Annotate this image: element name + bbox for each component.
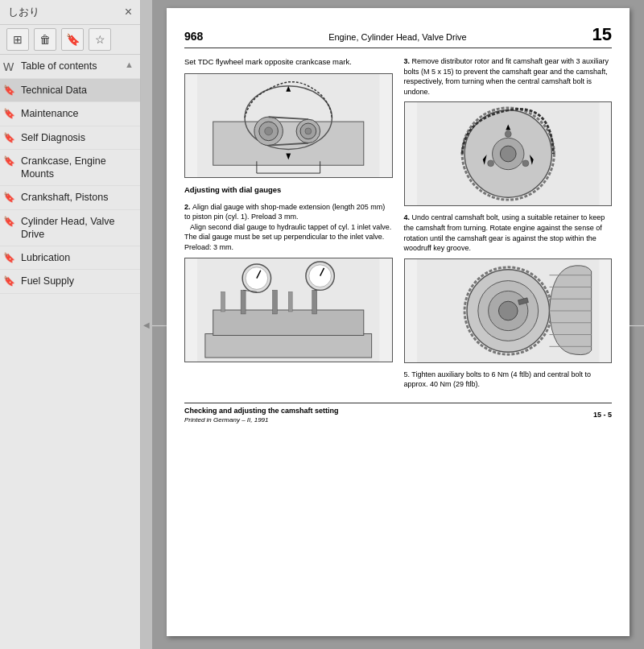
layout-icon[interactable]: ⊞: [6, 28, 29, 51]
bookmark-icon-crank: 🔖: [3, 155, 18, 167]
star-icon[interactable]: ☆: [89, 28, 111, 51]
sidebar-item-crankcase[interactable]: 🔖 Crankcase, Engine Mounts: [0, 150, 140, 187]
nav-label-lub: Lubrication: [21, 251, 70, 264]
sidebar-item-table-of-contents[interactable]: W Table of contents ▲: [0, 55, 140, 79]
page-prev-icon[interactable]: —: [152, 316, 167, 333]
chapter-title: Engine, Cylinder Head, Valve Drive: [328, 32, 467, 42]
step5-text: 5. Tighten auxiliary bolts to 6 Nm (4 ft…: [404, 370, 613, 390]
page-body: Set TDC flywheel mark opposite crankcase…: [184, 56, 612, 395]
step3-label: 3.: [404, 57, 412, 65]
svg-point-35: [505, 131, 511, 138]
footer-printed: Printed in Germany – II, 1991: [184, 416, 339, 424]
sidebar-item-crankshaft[interactable]: 🔖 Crankshaft, Pistons: [0, 186, 140, 209]
page-container: 968 Engine, Cylinder Head, Valve Drive 1…: [167, 8, 630, 636]
sidebar-header: しおり ×: [0, 0, 140, 25]
gauge-diagram: [184, 258, 393, 362]
bookmark-add-icon[interactable]: 🔖: [61, 28, 84, 51]
sidebar-item-self-diagnosis[interactable]: 🔖 Self Diagnosis: [0, 126, 140, 150]
delete-icon[interactable]: 🗑: [34, 28, 56, 51]
step2-label: 2.: [184, 203, 192, 211]
step3-text: 3. Remove distributor rotor and fit cams…: [404, 56, 613, 97]
nav-label-maint: Maintenance: [21, 107, 79, 120]
close-icon[interactable]: ×: [125, 6, 132, 19]
bookmark-icon-tech: 🔖: [3, 85, 18, 96]
svg-rect-28: [221, 291, 225, 312]
page-header: 968 Engine, Cylinder Head, Valve Drive 1…: [184, 24, 612, 48]
page-number-right: 15: [592, 24, 612, 45]
step4-label: 4.: [404, 213, 412, 221]
svg-rect-19: [312, 290, 317, 314]
nav-label-crank: Crankcase, Engine Mounts: [21, 155, 134, 181]
sidebar-resize-handle[interactable]: ◀: [141, 0, 152, 649]
nav-label-diag: Self Diagnosis: [21, 131, 85, 144]
main-content: — 968 Engine, Cylinder Head, Valve Drive…: [152, 0, 644, 649]
svg-point-25: [309, 264, 332, 287]
step2-text: 2. Align dial gauge with shop-made exten…: [184, 202, 393, 253]
svg-rect-18: [273, 290, 278, 314]
sidebar-item-maintenance[interactable]: 🔖 Maintenance: [0, 102, 140, 126]
sidebar-item-technical-data[interactable]: 🔖 Technical Data: [0, 79, 140, 102]
svg-rect-17: [241, 290, 246, 314]
svg-point-46: [498, 301, 518, 320]
col-left: Set TDC flywheel mark opposite crankcase…: [184, 56, 393, 395]
bookmark-icon-crankshaft: 🔖: [3, 192, 18, 203]
step4-text: 4. Undo central camshaft bolt, using a s…: [404, 213, 613, 253]
nav-icon-toc: W: [3, 60, 18, 73]
camshaft-gear-diagram: [404, 101, 613, 206]
svg-point-8: [305, 128, 312, 134]
page-next-icon[interactable]: —: [630, 316, 644, 333]
page-footer: Checking and adjusting the camshaft sett…: [184, 403, 612, 424]
nav-label-cylinder: Cylinder Head, Valve Drive: [21, 215, 134, 242]
nav-label-fuel: Fuel Supply: [21, 275, 74, 287]
col-right: 3. Remove distributor rotor and fit cams…: [404, 56, 613, 395]
svg-rect-16: [213, 310, 364, 336]
section-title: Adjusting with dial gauges: [184, 185, 281, 194]
svg-point-21: [246, 267, 268, 289]
sidebar: しおり × ⊞ 🗑 🔖 ☆ W Table of contents ▲ 🔖 Te…: [0, 0, 141, 649]
section-title-text: Adjusting with dial gauges: [184, 184, 393, 195]
sidebar-nav: W Table of contents ▲ 🔖 Technical Data 🔖…: [0, 55, 140, 649]
footer-title: Checking and adjusting the camshaft sett…: [184, 407, 339, 415]
sidebar-toolbar: ⊞ 🗑 🔖 ☆: [0, 25, 140, 55]
sidebar-title: しおり: [8, 5, 39, 19]
svg-point-36: [487, 160, 493, 167]
page-number-left: 968: [184, 30, 203, 43]
bookmark-icon-diag: 🔖: [3, 132, 18, 143]
sidebar-item-lubrication[interactable]: 🔖 Lubrication: [0, 246, 140, 270]
svg-rect-15: [205, 333, 372, 358]
bookmark-icon-fuel: 🔖: [3, 275, 18, 287]
bookmark-icon-maint: 🔖: [3, 108, 18, 119]
svg-point-5: [265, 127, 273, 135]
sidebar-item-cylinder-head[interactable]: 🔖 Cylinder Head, Valve Drive: [0, 210, 140, 247]
nav-label-crankshaft: Crankshaft, Pistons: [21, 191, 108, 204]
camshaft-rotation-diagram: [404, 258, 613, 363]
intro-text: Set TDC flywheel mark opposite crankcase…: [184, 56, 393, 67]
chevron-left-icon: ◀: [143, 320, 150, 329]
engine-timing-diagram: [184, 73, 393, 178]
bookmark-icon-lub: 🔖: [3, 252, 18, 263]
bookmark-icon-cylinder: 🔖: [3, 216, 18, 227]
scroll-arrow-toc: ▲: [125, 60, 134, 69]
svg-point-37: [522, 160, 528, 167]
svg-point-34: [500, 147, 516, 163]
nav-label-tech: Technical Data: [21, 84, 87, 97]
sidebar-item-fuel-supply[interactable]: 🔖 Fuel Supply: [0, 270, 140, 293]
footer-page: 15 - 5: [593, 411, 612, 419]
nav-label-toc: Table of contents: [21, 60, 97, 72]
svg-rect-29: [288, 291, 292, 312]
